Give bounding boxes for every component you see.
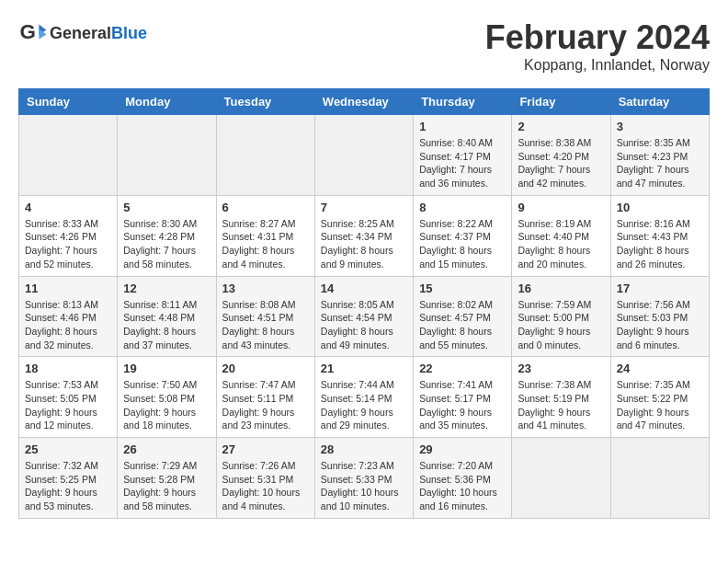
weekday-header-wednesday: Wednesday — [314, 89, 413, 115]
day-info: Sunrise: 7:23 AM Sunset: 5:33 PM Dayligh… — [321, 459, 407, 513]
day-info: Sunrise: 7:29 AM Sunset: 5:28 PM Dayligh… — [123, 459, 210, 513]
day-info: Sunrise: 8:30 AM Sunset: 4:28 PM Dayligh… — [123, 217, 210, 271]
calendar-cell — [610, 438, 709, 519]
calendar-cell: 4Sunrise: 8:33 AM Sunset: 4:26 PM Daylig… — [19, 195, 118, 276]
day-info: Sunrise: 8:02 AM Sunset: 4:57 PM Dayligh… — [419, 298, 506, 352]
day-info: Sunrise: 8:35 AM Sunset: 4:23 PM Dayligh… — [617, 136, 703, 190]
calendar-cell: 10Sunrise: 8:16 AM Sunset: 4:43 PM Dayli… — [610, 195, 709, 276]
day-info: Sunrise: 7:47 AM Sunset: 5:11 PM Dayligh… — [222, 378, 309, 432]
logo-blue: Blue — [111, 24, 147, 42]
day-info: Sunrise: 8:27 AM Sunset: 4:31 PM Dayligh… — [222, 217, 309, 271]
day-number: 20 — [222, 362, 309, 375]
day-info: Sunrise: 7:50 AM Sunset: 5:08 PM Dayligh… — [123, 378, 210, 432]
day-info: Sunrise: 7:20 AM Sunset: 5:36 PM Dayligh… — [419, 459, 506, 513]
calendar-week-row: 1Sunrise: 8:40 AM Sunset: 4:17 PM Daylig… — [19, 115, 710, 196]
day-info: Sunrise: 7:44 AM Sunset: 5:14 PM Dayligh… — [321, 378, 407, 432]
title-section: February 2024 Koppang, Innlandet, Norway — [485, 18, 710, 74]
calendar-cell: 24Sunrise: 7:35 AM Sunset: 5:22 PM Dayli… — [610, 357, 709, 438]
day-number: 13 — [222, 282, 309, 295]
calendar-cell: 23Sunrise: 7:38 AM Sunset: 5:19 PM Dayli… — [512, 357, 610, 438]
day-number: 1 — [419, 120, 506, 133]
day-info: Sunrise: 8:13 AM Sunset: 4:46 PM Dayligh… — [25, 298, 111, 352]
day-number: 28 — [321, 442, 407, 456]
day-info: Sunrise: 8:11 AM Sunset: 4:48 PM Dayligh… — [123, 298, 210, 352]
calendar-cell: 21Sunrise: 7:44 AM Sunset: 5:14 PM Dayli… — [314, 357, 413, 438]
page-header: G GeneralBlue February 2024 Koppang, Inn… — [18, 18, 710, 74]
calendar-cell: 11Sunrise: 8:13 AM Sunset: 4:46 PM Dayli… — [19, 276, 118, 357]
day-number: 18 — [25, 362, 111, 375]
calendar-cell: 2Sunrise: 8:38 AM Sunset: 4:20 PM Daylig… — [512, 115, 610, 196]
calendar-cell: 12Sunrise: 8:11 AM Sunset: 4:48 PM Dayli… — [118, 276, 216, 357]
calendar-cell: 15Sunrise: 8:02 AM Sunset: 4:57 PM Dayli… — [414, 276, 512, 357]
calendar-cell — [118, 115, 216, 196]
day-number: 24 — [617, 362, 703, 375]
calendar-cell: 22Sunrise: 7:41 AM Sunset: 5:17 PM Dayli… — [414, 357, 512, 438]
day-number: 4 — [25, 201, 111, 214]
day-info: Sunrise: 7:41 AM Sunset: 5:17 PM Dayligh… — [419, 378, 506, 432]
weekday-header-monday: Monday — [118, 89, 216, 115]
calendar-cell: 17Sunrise: 7:56 AM Sunset: 5:03 PM Dayli… — [610, 276, 709, 357]
day-number: 22 — [419, 362, 506, 375]
day-number: 7 — [321, 201, 407, 214]
day-number: 10 — [617, 201, 703, 214]
day-number: 25 — [25, 442, 111, 456]
calendar-cell: 1Sunrise: 8:40 AM Sunset: 4:17 PM Daylig… — [414, 115, 512, 196]
calendar-cell — [216, 115, 314, 196]
day-info: Sunrise: 8:19 AM Sunset: 4:40 PM Dayligh… — [518, 217, 604, 271]
calendar-subtitle: Koppang, Innlandet, Norway — [485, 57, 710, 74]
day-info: Sunrise: 7:32 AM Sunset: 5:25 PM Dayligh… — [25, 459, 111, 513]
day-info: Sunrise: 8:25 AM Sunset: 4:34 PM Dayligh… — [321, 217, 407, 271]
calendar-cell: 18Sunrise: 7:53 AM Sunset: 5:05 PM Dayli… — [19, 357, 118, 438]
day-number: 29 — [419, 442, 506, 456]
weekday-header-row: SundayMondayTuesdayWednesdayThursdayFrid… — [19, 89, 710, 115]
calendar-cell: 9Sunrise: 8:19 AM Sunset: 4:40 PM Daylig… — [512, 195, 610, 276]
day-number: 12 — [123, 282, 210, 295]
logo-general: General — [50, 24, 111, 42]
weekday-header-sunday: Sunday — [19, 89, 118, 115]
weekday-header-tuesday: Tuesday — [216, 89, 314, 115]
weekday-header-saturday: Saturday — [610, 89, 709, 115]
day-info: Sunrise: 8:05 AM Sunset: 4:54 PM Dayligh… — [321, 298, 407, 352]
weekday-header-thursday: Thursday — [414, 89, 512, 115]
calendar-cell: 16Sunrise: 7:59 AM Sunset: 5:00 PM Dayli… — [512, 276, 610, 357]
calendar-cell: 29Sunrise: 7:20 AM Sunset: 5:36 PM Dayli… — [414, 438, 512, 519]
day-number: 5 — [123, 201, 210, 214]
calendar-cell: 8Sunrise: 8:22 AM Sunset: 4:37 PM Daylig… — [414, 195, 512, 276]
calendar-week-row: 25Sunrise: 7:32 AM Sunset: 5:25 PM Dayli… — [19, 438, 710, 519]
day-number: 19 — [123, 362, 210, 375]
calendar-week-row: 4Sunrise: 8:33 AM Sunset: 4:26 PM Daylig… — [19, 195, 710, 276]
day-info: Sunrise: 7:38 AM Sunset: 5:19 PM Dayligh… — [518, 378, 604, 432]
day-number: 8 — [419, 201, 506, 214]
logo-text: GeneralBlue — [50, 24, 147, 43]
day-number: 14 — [321, 282, 407, 295]
day-info: Sunrise: 8:38 AM Sunset: 4:20 PM Dayligh… — [518, 136, 604, 190]
calendar-table: SundayMondayTuesdayWednesdayThursdayFrid… — [18, 88, 710, 519]
calendar-cell: 28Sunrise: 7:23 AM Sunset: 5:33 PM Dayli… — [314, 438, 413, 519]
day-info: Sunrise: 8:22 AM Sunset: 4:37 PM Dayligh… — [419, 217, 506, 271]
calendar-week-row: 11Sunrise: 8:13 AM Sunset: 4:46 PM Dayli… — [19, 276, 710, 357]
calendar-cell — [512, 438, 610, 519]
day-info: Sunrise: 8:16 AM Sunset: 4:43 PM Dayligh… — [617, 217, 703, 271]
day-info: Sunrise: 7:35 AM Sunset: 5:22 PM Dayligh… — [617, 378, 703, 432]
calendar-cell: 19Sunrise: 7:50 AM Sunset: 5:08 PM Dayli… — [118, 357, 216, 438]
day-number: 3 — [617, 120, 703, 133]
logo: G GeneralBlue — [18, 18, 147, 48]
day-number: 15 — [419, 282, 506, 295]
day-number: 23 — [518, 362, 604, 375]
day-number: 2 — [518, 120, 604, 133]
calendar-cell: 5Sunrise: 8:30 AM Sunset: 4:28 PM Daylig… — [118, 195, 216, 276]
calendar-cell: 26Sunrise: 7:29 AM Sunset: 5:28 PM Dayli… — [118, 438, 216, 519]
svg-text:G: G — [20, 20, 36, 43]
day-number: 16 — [518, 282, 604, 295]
calendar-cell: 27Sunrise: 7:26 AM Sunset: 5:31 PM Dayli… — [216, 438, 314, 519]
day-number: 11 — [25, 282, 111, 295]
day-number: 26 — [123, 442, 210, 456]
day-number: 6 — [222, 201, 309, 214]
day-info: Sunrise: 7:56 AM Sunset: 5:03 PM Dayligh… — [617, 298, 703, 352]
calendar-cell — [19, 115, 118, 196]
weekday-header-friday: Friday — [512, 89, 610, 115]
day-number: 21 — [321, 362, 407, 375]
day-info: Sunrise: 7:26 AM Sunset: 5:31 PM Dayligh… — [222, 459, 309, 513]
day-number: 17 — [617, 282, 703, 295]
calendar-cell: 6Sunrise: 8:27 AM Sunset: 4:31 PM Daylig… — [216, 195, 314, 276]
